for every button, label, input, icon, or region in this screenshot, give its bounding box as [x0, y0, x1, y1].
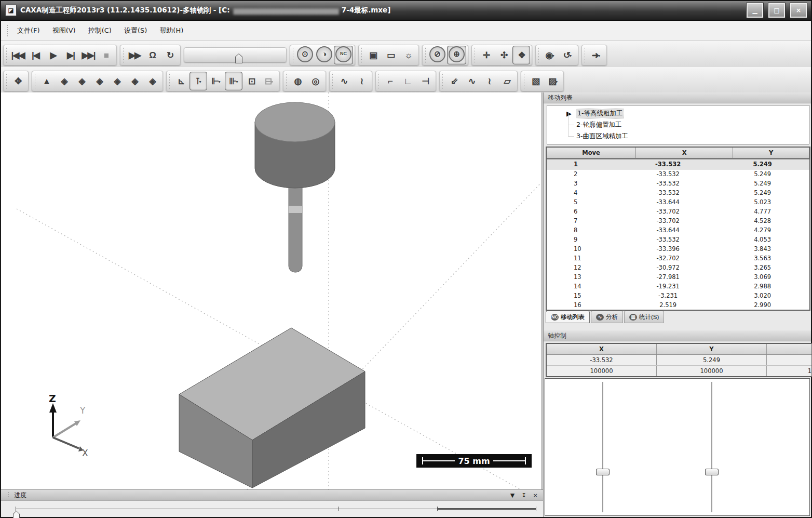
- step-forward-button[interactable]: ▶|: [62, 46, 79, 64]
- table-row[interactable]: 2 -33.532 5.249: [547, 169, 809, 179]
- view-top-button[interactable]: ◈: [126, 72, 143, 90]
- table-row[interactable]: 14 -19.231 2.988: [547, 282, 809, 291]
- table-row[interactable]: 8 -33.644 4.279: [547, 225, 809, 235]
- viewport-3d[interactable]: 75 mm Z Y X: [1, 92, 543, 489]
- stock-show-button[interactable]: ⊡: [243, 72, 260, 90]
- tool-angle-button[interactable]: ⊾: [172, 72, 189, 90]
- path-curve-button[interactable]: ≀: [481, 72, 497, 90]
- restart-button[interactable]: ↻: [161, 46, 178, 64]
- stop-button[interactable]: ■: [98, 46, 114, 64]
- table-row[interactable]: 1 -33.532 5.249: [547, 159, 809, 169]
- view-back-button[interactable]: ◈: [73, 72, 90, 90]
- table-row[interactable]: 6 -33.702 4.777: [547, 207, 809, 216]
- view-left-button[interactable]: ◈: [91, 72, 107, 90]
- table-row[interactable]: 15 -3.231 3.020: [547, 291, 809, 300]
- loop-button[interactable]: Ω: [144, 46, 160, 64]
- table-row[interactable]: 13 -27.981 3.069: [547, 272, 809, 282]
- view-right-button[interactable]: ◈: [109, 72, 125, 90]
- view-axonometric-button[interactable]: ▲: [38, 72, 55, 90]
- close-button[interactable]: ×: [790, 3, 807, 18]
- move-x-value: -33.532: [636, 161, 733, 168]
- five-axis-button[interactable]: ❖: [513, 46, 530, 64]
- verify-tool-button[interactable]: ⊙: [296, 46, 314, 64]
- record-video-button[interactable]: ▣: [364, 46, 381, 64]
- menu-item-file[interactable]: 文件(F): [11, 23, 46, 38]
- multi-axis-button[interactable]: ✣: [495, 46, 512, 64]
- progress-pin-button[interactable]: ↧: [519, 492, 529, 499]
- tree-item-operation-1[interactable]: ▶ 1-等高线粗加工: [562, 108, 809, 119]
- nc-code-button[interactable]: NC: [334, 46, 353, 64]
- menu-item-help[interactable]: 帮助(H): [153, 23, 190, 38]
- toolbar-button-icon: ▭: [387, 47, 394, 64]
- table-row[interactable]: 16 2.519 2.990: [547, 300, 809, 310]
- tab-move-list[interactable]: NC 移动列表: [546, 311, 590, 323]
- texture-zebra-button[interactable]: ▧: [527, 72, 544, 90]
- snapshot-button[interactable]: ▭: [382, 46, 399, 64]
- column-header-x[interactable]: X: [636, 148, 733, 158]
- path-wave-button[interactable]: ∿: [463, 72, 480, 90]
- progress-slider[interactable]: [16, 506, 536, 516]
- fit-window-button[interactable]: ✥: [9, 72, 26, 90]
- machine-build-button[interactable]: ⊕: [448, 46, 466, 64]
- path-zigzag-button[interactable]: ≀: [353, 72, 370, 90]
- view-bottom-button[interactable]: ◈: [144, 72, 160, 90]
- column-header-move[interactable]: Move: [547, 148, 636, 158]
- table-row[interactable]: 5 -33.644 5.023: [547, 197, 809, 207]
- path-smooth-button[interactable]: ∿: [335, 72, 352, 90]
- table-row[interactable]: 4 -33.532 5.249: [547, 188, 809, 197]
- tree-item-operation-2[interactable]: 2-轮廓偏置加工: [562, 119, 809, 130]
- exit-sim-button[interactable]: ➜▾: [588, 46, 604, 64]
- go-last-button[interactable]: ▶▶|: [80, 46, 97, 64]
- maximize-button[interactable]: □: [768, 3, 785, 18]
- tab-statistics[interactable]: ▥ 统计(S): [624, 311, 664, 323]
- fast-forward-button[interactable]: ▶▶: [126, 46, 143, 64]
- menu-item-view[interactable]: 视图(V): [46, 23, 82, 38]
- path-link-button[interactable]: ∟: [399, 72, 416, 90]
- tool-axis-button[interactable]: ✛: [478, 46, 494, 64]
- rotate-view-button[interactable]: ↺▾: [559, 46, 576, 64]
- menu-item-control[interactable]: 控制(C): [82, 23, 118, 38]
- axis-y-slider-thumb[interactable]: [705, 469, 719, 475]
- tab-analysis[interactable]: ∿ 分析: [591, 311, 623, 323]
- axis-y-slider-track[interactable]: [711, 382, 712, 512]
- holder-show-button[interactable]: ⊪▾: [225, 72, 242, 90]
- speed-slider-thumb[interactable]: [235, 54, 242, 63]
- menu-item-settings[interactable]: 设置(S): [118, 23, 153, 38]
- tree-item-operation-3[interactable]: 3-曲面区域精加工: [562, 130, 809, 142]
- region-show-button[interactable]: ◎: [307, 72, 323, 90]
- table-row[interactable]: 7 -33.702 4.528: [547, 216, 809, 225]
- compare-model-button[interactable]: ◑: [315, 46, 333, 64]
- axis-x-slider-track[interactable]: [602, 382, 603, 512]
- texture-section-button[interactable]: ▨▾: [545, 72, 561, 90]
- column-header-y[interactable]: Y: [733, 148, 809, 158]
- move-index: 5: [547, 198, 636, 206]
- view-front-button[interactable]: ◈: [56, 72, 72, 90]
- progress-close-button[interactable]: ×: [531, 492, 540, 499]
- target-show-button[interactable]: ⊟▾: [261, 72, 277, 90]
- progress-thumb[interactable]: [13, 511, 20, 518]
- minimize-button[interactable]: ▁: [747, 3, 763, 18]
- step-back-button[interactable]: |◀: [27, 46, 44, 64]
- table-row[interactable]: 3 -33.532 5.249: [547, 179, 809, 188]
- viewport-canvas[interactable]: 75 mm Z Y X: [1, 92, 541, 489]
- path-drop-button[interactable]: ⊣: [417, 72, 434, 90]
- path-edit-button[interactable]: ⇙: [445, 72, 462, 90]
- go-first-button[interactable]: |◀◀: [9, 46, 26, 64]
- toolbar-button-icon: ▣: [369, 47, 376, 64]
- examine-zoom-button[interactable]: ◉▾: [542, 46, 558, 64]
- axis-x-slider-thumb[interactable]: [596, 469, 610, 475]
- table-row[interactable]: 12 -30.972 3.265: [547, 263, 809, 272]
- settings-gear-button[interactable]: ☼: [400, 46, 416, 64]
- move-x-value: -33.702: [636, 208, 733, 215]
- play-button[interactable]: ▶: [45, 46, 61, 64]
- table-row[interactable]: 9 -33.532 4.053: [547, 235, 809, 244]
- table-row[interactable]: 10 -33.396 3.843: [547, 244, 809, 254]
- machine-sim-button[interactable]: ⊘: [428, 46, 446, 64]
- path-corner-button[interactable]: ⌐: [382, 72, 398, 90]
- region-compare-button[interactable]: ◍: [289, 72, 306, 90]
- table-row[interactable]: 11 -32.702 3.563: [547, 254, 809, 263]
- progress-collapse-button[interactable]: ▼: [508, 492, 517, 499]
- path-region-button[interactable]: ▱: [498, 72, 515, 90]
- tool-show-button[interactable]: ⊺▾: [190, 72, 207, 90]
- tool-trace-button[interactable]: ⊩▾: [208, 72, 224, 90]
